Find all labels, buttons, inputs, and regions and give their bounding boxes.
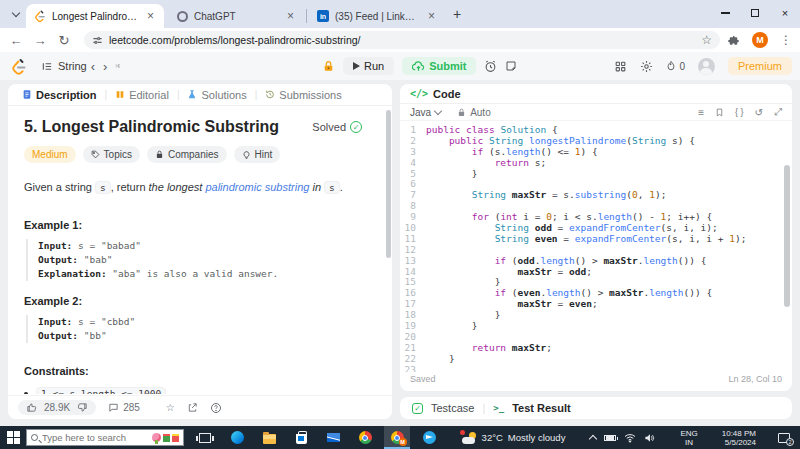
code-line[interactable]: 22 } xyxy=(400,354,792,365)
constraints-label: Constraints: xyxy=(24,365,376,377)
lang-code: ENG xyxy=(680,429,697,438)
code-line[interactable]: 21 return maxStr; xyxy=(400,343,792,354)
browser-profile-avatar[interactable]: M xyxy=(752,32,768,48)
problem-list-button[interactable]: String xyxy=(41,60,87,72)
code-line[interactable]: 7 String maxStr = s.substring(0, 1); xyxy=(400,190,792,201)
settings-gear-icon[interactable] xyxy=(640,60,653,73)
forward-button[interactable]: → xyxy=(28,33,52,48)
back-button[interactable]: ← xyxy=(4,33,28,48)
bookmark-icon[interactable] xyxy=(715,107,724,118)
apps-grid-icon[interactable] xyxy=(614,60,627,73)
tab-close-icon[interactable]: × xyxy=(145,9,156,23)
language-indicator[interactable]: ENG IN xyxy=(674,429,703,447)
extensions-puzzle-icon[interactable] xyxy=(727,34,740,47)
taskbar-chrome-profile[interactable]: M xyxy=(384,426,410,449)
thumbs-up-icon[interactable] xyxy=(26,402,37,413)
notes-icon[interactable] xyxy=(505,60,517,72)
taskbar-mail[interactable] xyxy=(320,426,346,449)
submit-label: Submit xyxy=(429,60,466,72)
browser-tab-linkedin[interactable]: in (35) Feed | LinkedIn × xyxy=(309,4,445,28)
action-center-button[interactable]: 2 xyxy=(778,433,790,443)
tab-search-button[interactable] xyxy=(6,4,26,24)
tab-test-result[interactable]: Test Result xyxy=(512,402,570,414)
palindromic-substring-link[interactable]: palindromic substring xyxy=(205,181,309,193)
browser-tab-leetcode[interactable]: Longest Palindromic Substring × xyxy=(26,4,164,28)
taskbar-file-explorer[interactable] xyxy=(256,426,282,449)
difficulty-badge[interactable]: Medium xyxy=(24,146,76,163)
taskbar-clock[interactable]: 10:48 PM 5/5/2024 xyxy=(716,429,762,447)
url-text[interactable]: leetcode.com/problems/longest-palindromi… xyxy=(109,34,701,46)
tab-testcase[interactable]: Testcase xyxy=(431,402,474,414)
minimize-button[interactable] xyxy=(710,0,740,26)
taskbar-search[interactable] xyxy=(26,429,184,446)
submit-button[interactable]: Submit xyxy=(402,57,476,75)
taskbar-telegram[interactable] xyxy=(416,426,442,449)
thumbs-down-icon[interactable] xyxy=(77,402,88,413)
search-input[interactable] xyxy=(42,432,134,443)
format-code-icon[interactable]: ≡ xyxy=(698,107,704,118)
hint-badge[interactable]: Hint xyxy=(234,146,281,163)
shuffle-icon[interactable] xyxy=(111,60,124,72)
next-problem-button[interactable]: › xyxy=(99,59,111,74)
bookmark-star-icon[interactable]: ☆ xyxy=(701,33,712,47)
start-button[interactable] xyxy=(0,426,26,449)
topics-badge[interactable]: Topics xyxy=(83,146,140,163)
battery-icon[interactable] xyxy=(604,435,616,441)
comments-button[interactable]: 285 xyxy=(108,402,140,413)
debugger-lock-icon[interactable] xyxy=(322,60,335,73)
share-button[interactable] xyxy=(187,402,198,413)
console-bar: ✓ Testcase | >_ Test Result xyxy=(400,397,792,419)
code-line[interactable]: 23 xyxy=(400,365,792,372)
run-button[interactable]: Run xyxy=(343,57,394,75)
chevron-down-icon xyxy=(434,106,442,114)
feedback-button[interactable] xyxy=(210,402,222,414)
tab-submissions[interactable]: Submissions xyxy=(265,89,341,101)
editor-scrollbar[interactable] xyxy=(784,165,790,307)
wifi-icon[interactable] xyxy=(624,433,636,443)
brackets-icon[interactable]: { } xyxy=(735,107,744,117)
code-line[interactable]: 5 } xyxy=(400,169,792,180)
reset-code-icon[interactable]: ↺ xyxy=(755,107,763,118)
code-line[interactable]: 19 } xyxy=(400,321,792,332)
editor-toolbar: Java Auto ≡ { } ↺ ⤢ xyxy=(400,104,792,121)
auto-toggle[interactable]: Auto xyxy=(457,107,491,118)
code-line[interactable]: 11 String even = expandFromCenter(s, i, … xyxy=(400,234,792,245)
leetcode-logo[interactable] xyxy=(12,58,27,75)
user-avatar[interactable] xyxy=(698,58,715,75)
tab-editorial[interactable]: Editorial xyxy=(115,89,169,101)
premium-button[interactable]: Premium xyxy=(728,57,792,75)
favorite-star-icon[interactable]: ☆ xyxy=(166,402,175,413)
taskbar-store[interactable] xyxy=(288,426,314,449)
search-highlight-decoration[interactable] xyxy=(152,433,179,442)
timer-icon[interactable] xyxy=(484,60,497,73)
site-info-icon[interactable] xyxy=(92,35,103,46)
volume-icon[interactable] xyxy=(644,433,655,443)
fullscreen-icon[interactable]: ⤢ xyxy=(774,106,782,118)
companies-badge[interactable]: Companies xyxy=(147,146,227,163)
tab-solutions[interactable]: Solutions xyxy=(187,89,246,101)
telegram-icon xyxy=(423,431,436,444)
tab-description[interactable]: Description xyxy=(22,89,97,101)
streak-counter[interactable]: 0 xyxy=(666,60,685,72)
maximize-button[interactable] xyxy=(740,0,770,26)
language-selector[interactable]: Java xyxy=(410,107,441,118)
tray-expand-icon[interactable] xyxy=(589,435,597,443)
notification-count-badge: 2 xyxy=(786,438,794,446)
code-area[interactable]: 1public class Solution {2 public String … xyxy=(400,121,792,372)
reload-button[interactable]: ↻ xyxy=(52,33,76,48)
task-view-button[interactable] xyxy=(192,426,218,449)
tab-close-icon[interactable]: × xyxy=(426,9,437,23)
close-window-button[interactable]: × xyxy=(770,0,800,26)
description-scrollbar[interactable] xyxy=(386,110,391,258)
weather-widget[interactable]: 32°C Mostly cloudy xyxy=(456,432,572,444)
tab-close-icon[interactable]: × xyxy=(285,9,296,23)
taskbar-chrome[interactable] xyxy=(352,426,378,449)
prev-problem-button[interactable]: ‹ xyxy=(87,59,99,74)
browser-menu-icon[interactable]: ⋮ xyxy=(780,33,792,47)
taskbar-edge[interactable] xyxy=(224,426,250,449)
browser-tab-chatgpt[interactable]: ChatGPT × xyxy=(168,4,304,28)
address-bar[interactable]: leetcode.com/problems/longest-palindromi… xyxy=(84,31,720,49)
description-panel: Description | Editorial | Solutions | Su… xyxy=(8,84,392,419)
tab-separator xyxy=(306,9,307,23)
new-tab-button[interactable]: + xyxy=(453,6,461,22)
